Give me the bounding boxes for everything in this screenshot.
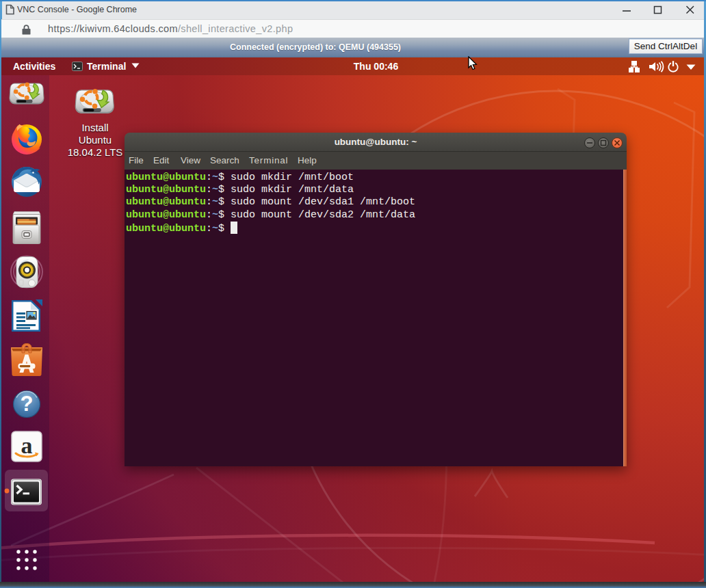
svg-text:?: ?	[21, 392, 34, 416]
svg-text:a: a	[21, 433, 33, 458]
